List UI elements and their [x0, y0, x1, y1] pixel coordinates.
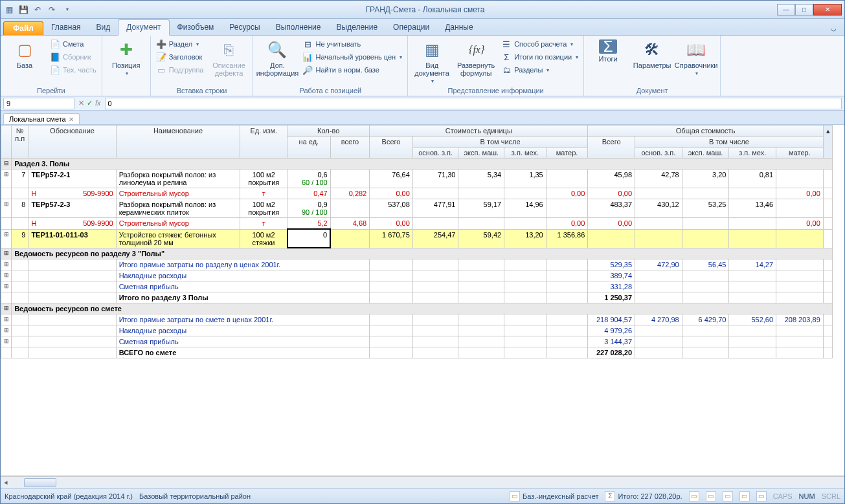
- pos-totals-button[interactable]: ΣИтоги по позиции▾: [500, 51, 580, 63]
- status-total[interactable]: ΣИтого: 227 028,20р.: [605, 491, 682, 501]
- summary-row[interactable]: ⊞Итого прямые затраты по смете в ценах 2…: [1, 314, 833, 325]
- header-icon: 📝: [156, 52, 166, 62]
- section-row[interactable]: ⊞Ведомость ресурсов по смете: [1, 303, 833, 314]
- smeta-button[interactable]: 📄Смета: [49, 38, 98, 50]
- titlebar: ▦ 💾 ↶ ↷ ▾ ГРАНД-Смета - Локальная смета …: [1, 1, 844, 19]
- num-indicator: NUM: [799, 492, 815, 500]
- subgroup-button[interactable]: ▭Подгруппа: [155, 64, 205, 76]
- summary-row[interactable]: ⊞Итого прямые затраты по разделу в ценах…: [1, 259, 833, 270]
- ribbon-collapse-icon[interactable]: ◡: [823, 22, 844, 35]
- group-label: Работа с позицией: [257, 85, 403, 96]
- th-naim[interactable]: Наименование: [116, 126, 240, 159]
- folder-icon: 🗂: [501, 65, 512, 75]
- horizontal-scrollbar[interactable]: ◂: [1, 476, 844, 488]
- doc-view-button[interactable]: ▦Вид документа▾: [412, 38, 452, 85]
- status-calc-mode[interactable]: ▭Баз.-индексный расчет: [510, 491, 598, 501]
- totals-button[interactable]: ΣИтоги: [588, 38, 628, 64]
- th-ed[interactable]: Ед. изм.: [240, 126, 287, 159]
- status-icon-4[interactable]: ▭: [739, 491, 750, 501]
- tab-view[interactable]: Вид: [89, 20, 118, 35]
- th-kolvo[interactable]: Кол-во: [287, 126, 370, 137]
- status-region[interactable]: Краснодарский край (редакция 2014 г.): [5, 492, 133, 500]
- close-button[interactable]: ✕: [813, 4, 842, 16]
- expand-formulas-button[interactable]: {fx}Развернуть формулы: [456, 38, 496, 78]
- tools-icon: 🛠: [642, 39, 662, 60]
- price-level-button[interactable]: 📊Начальный уровень цен▾: [301, 51, 403, 63]
- tab-fizobem[interactable]: Физобъем: [170, 20, 222, 35]
- tab-operations[interactable]: Операции: [385, 20, 437, 35]
- ignore-button[interactable]: ⊟Не учитывать: [301, 38, 403, 50]
- group-label: Вставка строки: [155, 85, 249, 96]
- summary-row[interactable]: ⊞Накладные расходы389,74: [1, 270, 833, 281]
- grid-icon: ▦: [422, 39, 442, 60]
- cell-reference[interactable]: 9: [3, 98, 74, 109]
- summary-row[interactable]: ⊞Сметная прибыль3 144,37: [1, 336, 833, 347]
- summary-row[interactable]: ⊞Сметная прибыль331,28: [1, 281, 833, 292]
- caps-indicator: CAPS: [773, 492, 793, 500]
- header-button[interactable]: 📝Заголовок: [155, 51, 205, 63]
- app-icon[interactable]: ▦: [3, 4, 15, 16]
- sections-button[interactable]: 🗂Разделы▾: [500, 64, 580, 76]
- status-icon-3[interactable]: ▭: [723, 491, 733, 501]
- formula-value[interactable]: 0: [105, 98, 842, 109]
- sum-icon: Σ: [599, 39, 617, 54]
- tab-selection[interactable]: Выделение: [329, 20, 386, 35]
- status-icon-2[interactable]: ▭: [706, 491, 716, 501]
- estimate-grid[interactable]: № п.п Обоснование Наименование Ед. изм. …: [1, 125, 833, 358]
- group-label: Представление информации: [412, 85, 580, 96]
- quick-access-toolbar: ▦ 💾 ↶ ↷ ▾: [3, 4, 73, 16]
- status-base-region[interactable]: Базовый территориальный район: [139, 492, 251, 500]
- grid-area[interactable]: № п.п Обоснование Наименование Ед. изм. …: [1, 125, 844, 476]
- selected-row[interactable]: ⊞9ТЕР11-01-011-03Устройство стяжек: бето…: [1, 229, 833, 248]
- status-icon-1[interactable]: ▭: [689, 491, 699, 501]
- summary-row[interactable]: Итого по разделу 3 Полы1 250,37: [1, 292, 833, 303]
- status-icon-5[interactable]: ▭: [756, 491, 767, 501]
- calc-method-button[interactable]: ☰Способ расчета▾: [500, 38, 580, 50]
- save-icon[interactable]: 💾: [17, 4, 29, 16]
- fx-label: fx: [95, 99, 101, 107]
- tab-document[interactable]: Документ: [118, 19, 169, 36]
- references-button[interactable]: 📖Справочники▾: [676, 38, 716, 78]
- summary-row[interactable]: ВСЕГО по смете227 028,20: [1, 347, 833, 358]
- tech-part-button[interactable]: 📄Тех. часть: [49, 64, 98, 76]
- tab-resources[interactable]: Ресурсы: [221, 20, 267, 35]
- tab-execution[interactable]: Выполнение: [268, 20, 329, 35]
- sbornik-button[interactable]: 📘Сборник: [49, 51, 98, 63]
- maximize-button[interactable]: □: [795, 4, 813, 16]
- accept-icon[interactable]: ✓: [87, 99, 93, 107]
- find-in-base-button[interactable]: 🔎Найти в норм. базе: [301, 64, 403, 76]
- razdel-button[interactable]: ➕Раздел▾: [155, 38, 205, 50]
- statusbar: Краснодарский край (редакция 2014 г.) Ба…: [1, 488, 844, 503]
- undo-icon[interactable]: ↶: [32, 4, 43, 16]
- database-icon: ▢: [14, 39, 35, 60]
- section-row[interactable]: ⊞Ведомость ресурсов по разделу 3 "Полы": [1, 248, 833, 259]
- position-button[interactable]: ✚Позиция▾: [106, 38, 146, 78]
- tab-main[interactable]: Главная: [43, 20, 89, 35]
- cancel-icon[interactable]: ✕: [78, 99, 84, 107]
- params-button[interactable]: 🛠Параметры: [632, 38, 672, 71]
- tab-file[interactable]: Файл: [3, 21, 43, 35]
- th-npp[interactable]: № п.п: [12, 126, 28, 159]
- window-title: ГРАНД-Смета - Локальная смета: [73, 5, 777, 14]
- section-row[interactable]: ⊟Раздел 3. Полы: [1, 159, 833, 170]
- doc-tab-local[interactable]: Локальная смета✕: [3, 113, 80, 124]
- redo-icon[interactable]: ↷: [46, 4, 58, 16]
- close-tab-icon[interactable]: ✕: [69, 116, 74, 123]
- th-obsh[interactable]: Общая стоимость: [588, 126, 823, 137]
- qat-dropdown-icon[interactable]: ▾: [62, 4, 73, 16]
- table-row[interactable]: Н509-9900Строительный мусорт 5,24,68 0,0…: [1, 218, 833, 230]
- th-obosn[interactable]: Обоснование: [28, 126, 116, 159]
- table-row[interactable]: ⊞7ТЕРр57-2-1Разборка покрытий полов: из …: [1, 170, 833, 188]
- summary-row[interactable]: ⊞Накладные расходы4 979,26: [1, 325, 833, 336]
- scrl-indicator: SCRL: [822, 492, 840, 500]
- table-row[interactable]: ⊞8ТЕРр57-2-3Разборка покрытий полов: из …: [1, 199, 833, 218]
- defect-desc-button[interactable]: ⎘Описание дефекта: [208, 38, 249, 78]
- svg-text:{fx}: {fx}: [469, 44, 485, 56]
- table-row[interactable]: Н509-9900Строительный мусорт 0,470,282 0…: [1, 188, 833, 199]
- dop-info-button[interactable]: 🔍Доп. информация: [257, 38, 297, 78]
- minimize-button[interactable]: —: [777, 4, 795, 16]
- baza-button[interactable]: ▢База: [5, 38, 45, 71]
- th-sed[interactable]: Стоимость единицы: [370, 126, 588, 137]
- tab-data[interactable]: Данные: [437, 20, 480, 35]
- magnifier-icon: 🔍: [267, 39, 287, 60]
